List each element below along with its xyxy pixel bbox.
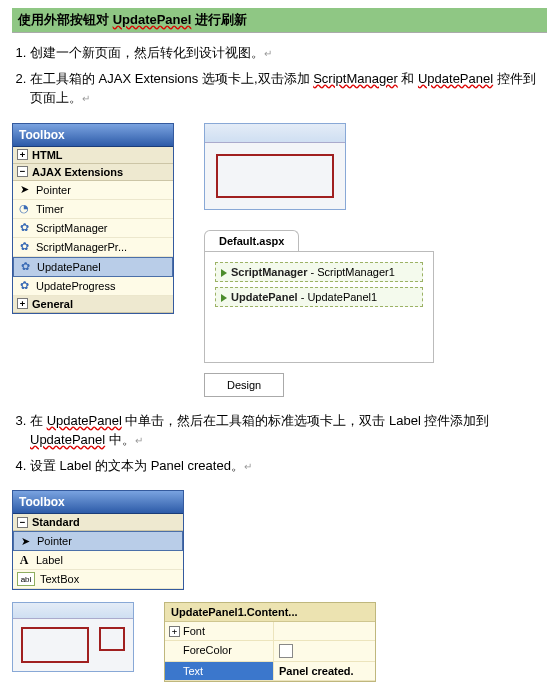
toolbox-item-updateprogress[interactable]: ✿UpdateProgress bbox=[13, 277, 173, 296]
toolbox-panel: Toolbox +HTML −AJAX Extensions ➤Pointer … bbox=[12, 123, 174, 314]
tag-icon bbox=[221, 269, 227, 277]
toolbox-item-pointer[interactable]: ➤Pointer bbox=[13, 531, 183, 551]
step-list: 创建一个新页面，然后转化到设计视图。↵ 在工具箱的 AJAX Extension… bbox=[30, 43, 547, 108]
label-icon: A bbox=[17, 553, 31, 567]
step: 创建一个新页面，然后转化到设计视图。↵ bbox=[30, 43, 547, 63]
toolbox-group-html[interactable]: +HTML bbox=[13, 147, 173, 164]
properties-panel: UpdatePanel1.Content... +Font ForeColor … bbox=[164, 602, 376, 682]
toolbox-item-label[interactable]: ALabel bbox=[13, 551, 183, 570]
pointer-icon: ➤ bbox=[18, 534, 32, 548]
highlight-box bbox=[99, 627, 125, 651]
collapse-icon[interactable]: − bbox=[17, 166, 28, 177]
window-titlebar bbox=[13, 603, 133, 619]
step: 在 UpdatePanel 中单击，然后在工具箱的标准选项卡上，双击 Label… bbox=[30, 411, 547, 450]
toolbox-item-scriptmanager[interactable]: ✿ScriptManager bbox=[13, 219, 173, 238]
design-button[interactable]: Design bbox=[204, 373, 284, 397]
pointer-icon: ➤ bbox=[17, 183, 31, 197]
heading-keyword: UpdatePanel bbox=[113, 12, 192, 27]
collapse-icon[interactable]: − bbox=[17, 517, 28, 528]
toolbox-item-timer[interactable]: ◔Timer bbox=[13, 200, 173, 219]
tab-default-aspx[interactable]: Default.aspx bbox=[204, 230, 299, 251]
gear-icon: ✿ bbox=[18, 260, 32, 274]
designer-preview-small bbox=[12, 602, 134, 672]
property-row-forecolor[interactable]: ForeColor bbox=[165, 641, 375, 662]
property-value-text[interactable]: Panel created. bbox=[274, 662, 375, 680]
expand-icon[interactable]: + bbox=[17, 149, 28, 160]
timer-icon: ◔ bbox=[17, 202, 31, 216]
toolbox-title: Toolbox bbox=[13, 491, 183, 514]
property-row-text[interactable]: Text Panel created. bbox=[165, 662, 375, 681]
textbox-icon: abl bbox=[17, 572, 35, 586]
step-list: 在 UpdatePanel 中单击，然后在工具箱的标准选项卡上，双击 Label… bbox=[30, 411, 547, 476]
properties-title: UpdatePanel1.Content... bbox=[165, 603, 375, 622]
step: 在工具箱的 AJAX Extensions 选项卡上,双击添加 ScriptMa… bbox=[30, 69, 547, 108]
color-swatch-icon[interactable] bbox=[279, 644, 293, 658]
window-titlebar bbox=[205, 124, 345, 143]
toolbox-group-ajax[interactable]: −AJAX Extensions bbox=[13, 164, 173, 181]
page-title: 使用外部按钮对 UpdatePanel 进行刷新 bbox=[12, 8, 547, 33]
toolbox-title: Toolbox bbox=[13, 124, 173, 147]
tag-icon bbox=[221, 294, 227, 302]
expand-icon[interactable]: + bbox=[169, 626, 180, 637]
designer-preview bbox=[204, 123, 346, 210]
highlight-box bbox=[216, 154, 334, 198]
gear-icon: ✿ bbox=[17, 279, 31, 293]
toolbox-group-standard[interactable]: −Standard bbox=[13, 514, 183, 531]
gear-icon: ✿ bbox=[17, 221, 31, 235]
toolbox-panel-standard: Toolbox −Standard ➤Pointer ALabel ablTex… bbox=[12, 490, 184, 590]
toolbox-item-scriptmanagerproxy[interactable]: ✿ScriptManagerPr... bbox=[13, 238, 173, 257]
expand-icon[interactable]: + bbox=[17, 298, 28, 309]
toolbox-group-general[interactable]: +General bbox=[13, 296, 173, 313]
toolbox-item-textbox[interactable]: ablTextBox bbox=[13, 570, 183, 589]
control-scriptmanager[interactable]: ScriptManager - ScriptManager1 bbox=[215, 262, 423, 282]
default-aspx-panel: Default.aspx ScriptManager - ScriptManag… bbox=[204, 230, 434, 397]
control-updatepanel[interactable]: UpdatePanel - UpdatePanel1 bbox=[215, 287, 423, 307]
toolbox-item-pointer[interactable]: ➤Pointer bbox=[13, 181, 173, 200]
gear-icon: ✿ bbox=[17, 240, 31, 254]
toolbox-item-updatepanel[interactable]: ✿UpdatePanel bbox=[13, 257, 173, 277]
highlight-box bbox=[21, 627, 89, 663]
property-row-font[interactable]: +Font bbox=[165, 622, 375, 641]
step: 设置 Label 的文本为 Panel created。↵ bbox=[30, 456, 547, 476]
